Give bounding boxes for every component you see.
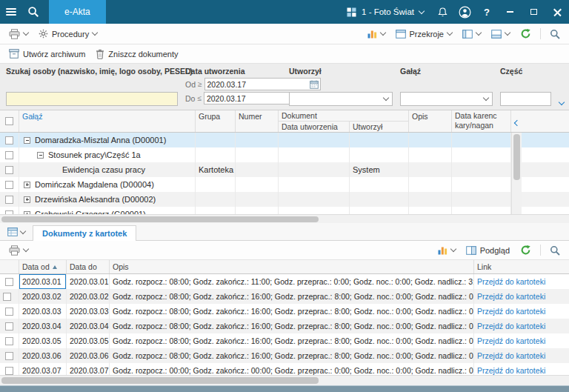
- link-przejdz-do-kartoteki[interactable]: Przejdź do kartoteki: [474, 319, 569, 333]
- table-row[interactable]: Grabowski Grzegorz (G00001): [0, 207, 569, 214]
- select-all-checkbox[interactable]: [5, 117, 13, 125]
- view-menu-button[interactable]: [4, 226, 29, 240]
- row-checkbox[interactable]: [5, 367, 13, 375]
- table-row[interactable]: Domaradzka-Misztal Anna (D00001): [0, 133, 569, 147]
- cell-data-od[interactable]: 2020.03.06: [19, 348, 67, 363]
- column-header-utworzyl[interactable]: Utworzył: [350, 122, 408, 132]
- przekroje-button[interactable]: Przekroje: [391, 27, 456, 41]
- notifications-button[interactable]: [431, 0, 453, 24]
- chart-button[interactable]: [433, 243, 460, 257]
- table-row[interactable]: 2020.03.02 2020.03.02 Godz. rozpocz.: 08…: [0, 289, 569, 304]
- row-checkbox[interactable]: [5, 166, 13, 174]
- row-checkbox[interactable]: [5, 196, 13, 204]
- column-header-data-utworzenia[interactable]: Data utworzenia: [279, 122, 350, 132]
- link-przejdz-do-kartoteki[interactable]: Przejdź do kartoteki: [474, 274, 569, 289]
- row-checkbox[interactable]: [5, 308, 13, 316]
- minimize-button[interactable]: [498, 0, 522, 24]
- vertical-scrollbar[interactable]: [511, 133, 522, 214]
- column-header-karencja[interactable]: Data karenc kary/nagan: [452, 110, 511, 132]
- utworzyl-dropdown[interactable]: [289, 92, 393, 106]
- cell-data-od[interactable]: 2020.03.03: [19, 304, 67, 319]
- chart-button[interactable]: [363, 27, 390, 41]
- horizontal-scrollbar[interactable]: [0, 214, 569, 223]
- column-header-opis[interactable]: Opis: [110, 260, 474, 273]
- row-checkbox[interactable]: [5, 278, 13, 286]
- table-row[interactable]: 2020.03.06 2020.03.06 Godz. rozpocz.: 08…: [0, 348, 569, 363]
- table-row[interactable]: 2020.03.05 2020.03.05 Godz. rozpocz.: 08…: [0, 333, 569, 348]
- link-przejdz-do-kartoteki[interactable]: Przejdź do kartoteki: [474, 304, 569, 319]
- cell-data-od[interactable]: 2020.03.02: [19, 289, 67, 304]
- galaz-dropdown[interactable]: [400, 92, 493, 106]
- table-row[interactable]: Ewidencja czasu pracy Kartoteka System: [0, 162, 569, 177]
- collapse-node-icon[interactable]: [37, 152, 44, 159]
- main-menu-button[interactable]: [0, 0, 22, 24]
- link-przejdz-do-kartoteki[interactable]: Przejdź do kartoteki: [474, 363, 569, 375]
- czesc-input[interactable]: [500, 92, 551, 106]
- column-header-opis[interactable]: Opis: [409, 110, 452, 132]
- table-row[interactable]: Domińczak Magdalena (D00004): [0, 177, 569, 192]
- table-row[interactable]: 2020.03.01 2020.03.01 Godz. rozpocz.: 08…: [0, 274, 569, 289]
- table-row[interactable]: 2020.03.03 2020.03.03 Godz. rozpocz.: 08…: [0, 304, 569, 319]
- row-checkbox[interactable]: [5, 337, 13, 345]
- print-button[interactable]: [4, 243, 33, 258]
- column-header-galaz[interactable]: Gałąź: [19, 110, 196, 132]
- scrollbar-thumb[interactable]: [1, 216, 319, 222]
- search-records-button[interactable]: [545, 243, 565, 258]
- column-header-data-od[interactable]: Data od: [19, 260, 67, 273]
- company-selector[interactable]: 1 - Foto Świat: [339, 0, 431, 24]
- maximize-button[interactable]: [522, 0, 545, 24]
- expand-node-icon[interactable]: [24, 182, 30, 188]
- tab-dokumenty-z-kartotek[interactable]: Dokumenty z kartotek: [33, 225, 136, 241]
- utworz-archiwum-button[interactable]: Utwórz archiwum: [4, 47, 90, 61]
- horizontal-scrollbar[interactable]: [0, 375, 569, 385]
- cell-data-od[interactable]: 2020.03.04: [19, 319, 67, 333]
- row-checkbox[interactable]: [3, 293, 11, 301]
- global-search-button[interactable]: [22, 0, 44, 24]
- expand-side-panel-button[interactable]: [511, 117, 522, 128]
- le-operator[interactable]: ≤: [197, 94, 202, 102]
- search-icon: [27, 6, 39, 18]
- podglad-button[interactable]: Podgląd: [462, 244, 514, 257]
- print-button[interactable]: [4, 27, 33, 41]
- close-button[interactable]: [545, 0, 569, 24]
- column-header-link[interactable]: Link: [474, 260, 569, 273]
- cell-opis: Godz. rozpocz.: 08:00; Godz. zakończ.: 1…: [110, 304, 474, 319]
- user-button[interactable]: [453, 0, 476, 24]
- row-checkbox[interactable]: [5, 136, 13, 144]
- scrollbar-thumb[interactable]: [513, 134, 520, 180]
- search-person-input[interactable]: [6, 92, 178, 106]
- layout-left-button[interactable]: [458, 27, 485, 41]
- layout-bottom-button[interactable]: [487, 27, 514, 41]
- column-header-dokument-band[interactable]: Dokument: [279, 110, 408, 122]
- link-przejdz-do-kartoteki[interactable]: Przejdź do kartoteki: [474, 289, 569, 304]
- row-checkbox[interactable]: [5, 151, 13, 159]
- cell-data-od[interactable]: 2020.03.01: [19, 274, 67, 289]
- filter-galaz: Gałąź: [400, 66, 493, 106]
- ge-operator[interactable]: ≥: [198, 80, 202, 88]
- table-row[interactable]: 2020.03.07 2020.03.07 Godz. rozpocz.: 00…: [0, 363, 569, 375]
- zniszcz-dokumenty-button[interactable]: Zniszcz dokumenty: [91, 47, 182, 62]
- row-checkbox[interactable]: [5, 322, 13, 330]
- filter-czesc: Część: [500, 66, 563, 106]
- row-checkbox[interactable]: [5, 352, 13, 360]
- expand-node-icon[interactable]: [24, 196, 30, 203]
- procedury-button[interactable]: Procedury: [34, 27, 102, 41]
- tab-eakta[interactable]: e-Akta: [49, 0, 106, 24]
- table-row[interactable]: Drzewińska Aleksandra (D00002): [0, 192, 569, 207]
- column-header-data-do[interactable]: Data do: [67, 260, 110, 273]
- collapse-node-icon[interactable]: [24, 137, 30, 144]
- link-przejdz-do-kartoteki[interactable]: Przejdź do kartoteki: [474, 348, 569, 363]
- table-row[interactable]: 2020.03.04 2020.03.04 Godz. rozpocz.: 08…: [0, 319, 569, 333]
- column-header-numer[interactable]: Numer: [236, 110, 279, 132]
- row-checkbox[interactable]: [5, 181, 13, 189]
- refresh-button[interactable]: [516, 242, 536, 258]
- cell-data-od[interactable]: 2020.03.05: [19, 333, 67, 348]
- link-przejdz-do-kartoteki[interactable]: Przejdź do kartoteki: [474, 333, 569, 348]
- scrollbar-thumb[interactable]: [1, 377, 319, 384]
- search-records-button[interactable]: [545, 27, 565, 41]
- refresh-button[interactable]: [516, 26, 536, 41]
- cell-data-od[interactable]: 2020.03.07: [19, 363, 67, 375]
- column-header-grupa[interactable]: Grupa: [196, 110, 236, 132]
- help-button[interactable]: ?: [476, 0, 498, 24]
- table-row[interactable]: Stosunek pracy\Część 1a: [0, 147, 569, 162]
